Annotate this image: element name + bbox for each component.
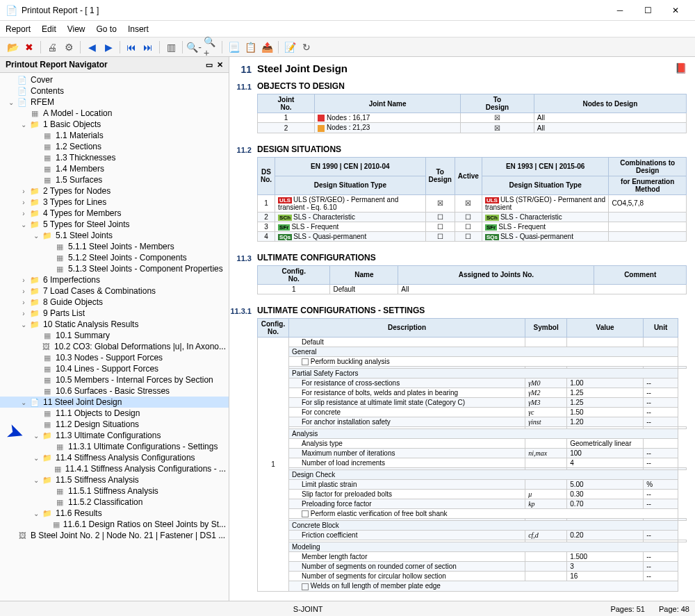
design-situations-table: DSNo.EN 1990 | CEN | 2010-04ToDesignActi… [257, 157, 687, 242]
prev-icon[interactable]: ◀ [85, 40, 99, 54]
tree-item[interactable]: 📄Cover [0, 74, 229, 85]
navigator-title: Printout Report Navigator [6, 60, 202, 69]
tree-item[interactable]: ⌄📁1 Basic Objects [0, 119, 229, 130]
tree-item[interactable]: ›📁7 Load Cases & Combinations [0, 285, 229, 297]
tree-item[interactable]: ▦1.2 Sections [0, 141, 229, 152]
subsection-number: 11.1 [229, 81, 257, 91]
subsection-title: DESIGN SITUATIONS [257, 144, 687, 154]
close-button[interactable]: ✕ [662, 1, 689, 20]
tree-item[interactable]: ▦10.4 Lines - Support Forces [0, 363, 229, 374]
open-icon[interactable]: 📂 [6, 40, 19, 54]
status-center: S-JOINT [293, 605, 323, 613]
print-icon[interactable]: 🖨 [45, 40, 59, 54]
tree-item[interactable]: ▦1.5 Surfaces [0, 174, 229, 185]
tree-item[interactable]: 🖼B Steel Joint No. 2 | Node No. 21 | Fas… [0, 530, 229, 541]
tree-item[interactable]: ›📁3 Types for Lines [0, 197, 229, 208]
menu-insert[interactable]: Insert [128, 24, 149, 34]
tree-item[interactable]: ▦1.3 Thicknesses [0, 152, 229, 163]
tree-item[interactable]: ▦5.1.1 Steel Joints - Members [0, 241, 229, 252]
pin-icon[interactable]: ▭ [206, 60, 213, 69]
tree-item[interactable]: ⌄📁5 Types for Steel Joints [0, 219, 229, 230]
tree-item[interactable]: ⌄📁11.5 Stiffness Analysis [0, 474, 229, 485]
tree-item[interactable]: ⌄📁10 Static Analysis Results [0, 319, 229, 330]
tree-item[interactable]: ⌄📄RFEM [0, 97, 229, 108]
subsection-title: ULTIMATE CONFIGURATIONS - SETTINGS [257, 306, 687, 315]
status-pages: Pages: 51 [610, 605, 645, 613]
tree-item[interactable]: ▦1.4 Members [0, 163, 229, 174]
minimize-button[interactable]: ─ [606, 1, 634, 20]
page-icon[interactable]: 📃 [227, 40, 240, 54]
first-icon[interactable]: ⏮ [124, 40, 138, 54]
tree-item[interactable]: ›📁8 Guide Objects [0, 297, 229, 308]
next-icon[interactable]: ▶ [101, 40, 115, 54]
tree-item[interactable]: ⌄📁11.4 Stiffness Analysis Configurations [0, 452, 229, 463]
section-number: 11 [229, 63, 257, 75]
menu-goto[interactable]: Go to [97, 24, 117, 34]
tree-item[interactable]: ›📁2 Types for Nodes [0, 185, 229, 197]
tree-item[interactable]: ▦11.6.1 Design Ratios on Steel Joints by… [0, 519, 229, 530]
tree-item[interactable]: ▦11.5.2 Classification [0, 497, 229, 508]
menu-edit[interactable]: Edit [42, 24, 56, 34]
maximize-button[interactable]: ☐ [634, 1, 662, 20]
statusbar: S-JOINT Pages: 51 Page: 48 [0, 601, 695, 616]
delete-icon[interactable]: ✖ [22, 40, 36, 54]
tree-item[interactable]: ▦11.3.1 Ultimate Configurations - Settin… [0, 441, 229, 452]
close-panel-icon[interactable]: ✕ [217, 60, 223, 69]
report-content[interactable]: 11 📕 Steel Joint Design 11.1 OBJECTS TO … [229, 57, 695, 601]
app-icon: 📄 [6, 5, 17, 16]
tree-item[interactable]: ⌄📄11 Steel Joint Design [0, 397, 229, 408]
tree-item[interactable]: ▦5.1.2 Steel Joints - Components [0, 252, 229, 263]
tree-item[interactable]: ⌄📁11.6 Results [0, 508, 229, 519]
print-setup-icon[interactable]: ⚙ [62, 40, 76, 54]
tree-item[interactable]: ▦5.1.3 Steel Joints - Component Properti… [0, 263, 229, 274]
tree-item[interactable]: ⌄📁11.3 Ultimate Configurations [0, 430, 229, 441]
zoom-in-icon[interactable]: 🔍+ [204, 40, 218, 54]
window-title: Printout Report - [ 1 ] [22, 6, 606, 15]
tree-item[interactable]: ▦10.1 Summary [0, 330, 229, 341]
toolbar: 📂 ✖ 🖨 ⚙ ◀ ▶ ⏮ ⏭ ▥ 🔍- 🔍+ 📃 📋 📤 📝 ↻ [0, 38, 695, 57]
titlebar: 📄 Printout Report - [ 1 ] ─ ☐ ✕ [0, 0, 695, 21]
tree-item[interactable]: ⌄📁5.1 Steel Joints [0, 230, 229, 241]
tree-item[interactable]: ▦11.2 Design Situations [0, 419, 229, 430]
subsection-number: 11.3 [229, 253, 257, 263]
menu-view[interactable]: View [67, 24, 85, 34]
tree-item[interactable]: ▦10.3 Nodes - Support Forces [0, 352, 229, 363]
last-icon[interactable]: ⏭ [141, 40, 155, 54]
subsection-title: ULTIMATE CONFIGURATIONS [257, 253, 687, 263]
menu-report[interactable]: Report [6, 24, 31, 34]
tree-item[interactable]: 🖼10.2 CO3: Global Deformations |u|, In A… [0, 341, 229, 352]
tree-item[interactable]: ›📁4 Types for Members [0, 208, 229, 219]
subsection-title: OBJECTS TO DESIGN [257, 81, 687, 91]
tree-item[interactable]: ▦10.5 Members - Internal Forces by Secti… [0, 374, 229, 385]
objects-to-design-table: JointNo.Joint NameToDesignNodes to Desig… [257, 94, 687, 133]
tree-item[interactable]: ›📁6 Imperfections [0, 274, 229, 285]
tree-item[interactable]: ▦11.5.1 Stiffness Analysis [0, 485, 229, 497]
menubar: Report Edit View Go to Insert [0, 21, 695, 38]
navigator-panel: Printout Report Navigator ▭ ✕ 📄Cover📄Con… [0, 57, 229, 601]
export-icon[interactable]: 📤 [260, 40, 274, 54]
tree-item[interactable]: 📄Contents [0, 85, 229, 97]
columns-icon[interactable]: ▥ [164, 40, 178, 54]
refresh-icon[interactable]: ↻ [300, 40, 313, 54]
book-icon: 📕 [675, 63, 687, 74]
tree-item[interactable]: ▦1.1 Materials [0, 130, 229, 141]
zoom-out-icon[interactable]: 🔍- [187, 40, 201, 54]
ultimate-config-table: Config.No.NameAssigned to Joints No.Comm… [257, 265, 687, 294]
section-title: Steel Joint Design [257, 63, 687, 74]
layout-icon[interactable]: 📋 [243, 40, 257, 54]
ultimate-config-settings-table: Config.No.DescriptionSymbolValueUnit1Def… [257, 318, 687, 592]
subsection-number: 11.2 [229, 144, 257, 154]
tree-item[interactable]: ›📁9 Parts List [0, 308, 229, 319]
navigator-tree[interactable]: 📄Cover📄Contents⌄📄RFEM▦A Model - Location… [0, 73, 229, 601]
tree-item[interactable]: ▦10.6 Surfaces - Basic Stresses [0, 385, 229, 397]
navigator-header: Printout Report Navigator ▭ ✕ [0, 57, 229, 73]
tree-item[interactable]: ▦A Model - Location [0, 108, 229, 119]
status-page: Page: 48 [659, 605, 689, 613]
tree-item[interactable]: ▦11.4.1 Stiffness Analysis Configuration… [0, 463, 229, 474]
tree-item[interactable]: ▦11.1 Objects to Design [0, 408, 229, 419]
edit-page-icon[interactable]: 📝 [283, 40, 297, 54]
subsection-number: 11.3.1 [229, 306, 257, 315]
